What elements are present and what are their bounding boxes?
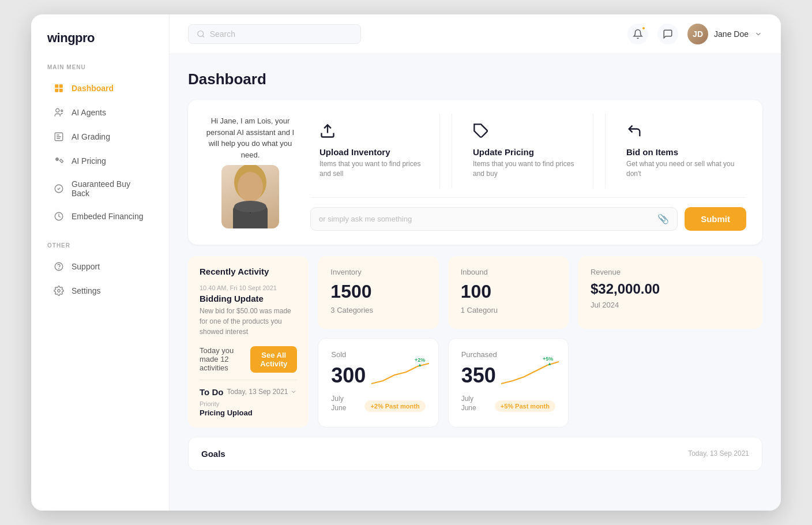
- bid-on-items-title: Bid on Items: [626, 147, 737, 157]
- embedded-financing-icon: [53, 211, 65, 222]
- submit-button[interactable]: Submit: [685, 207, 746, 231]
- svg-rect-1: [59, 84, 63, 88]
- svg-text:▲: ▲: [418, 362, 422, 367]
- goals-date: Today, 13 Sep 2021: [688, 449, 749, 457]
- sidebar-item-dashboard[interactable]: Dashboard: [37, 77, 163, 100]
- svg-point-5: [61, 110, 63, 112]
- logo: wingpro: [31, 31, 169, 64]
- action-upload-inventory[interactable]: Upload Inventory Items that you want to …: [310, 114, 440, 188]
- sidebar-item-guaranteed-buyback[interactable]: Guaranteed Buy Back: [37, 174, 163, 204]
- metric-card-purchased: Purchased 350 +5% ▲ July June +5% Past m…: [448, 338, 569, 427]
- ai-input-box[interactable]: 📎: [310, 207, 678, 231]
- svg-point-15: [238, 172, 263, 202]
- user-name: Jane Doe: [714, 29, 749, 39]
- bid-icon: [626, 123, 737, 142]
- upload-inventory-title: Upload Inventory: [319, 147, 430, 157]
- ai-quick-actions: Upload Inventory Items that you want to …: [310, 114, 746, 188]
- metric-months-purchased: July June: [461, 395, 476, 412]
- sidebar-label-settings: Settings: [72, 286, 101, 295]
- svg-rect-2: [55, 89, 58, 92]
- divider-2: [605, 114, 606, 188]
- stat-label-inventory: Inventory: [330, 268, 426, 276]
- metric-month-past-sold: June: [331, 404, 346, 412]
- metric-month-past-purchased: June: [461, 404, 476, 412]
- chevron-down-icon: [754, 30, 762, 38]
- metric-card-sold: Sold 300 +2% ▲ July June +2% Past month: [318, 338, 438, 427]
- stat-card-revenue: Revenue $32,000.00 Jul 2024: [578, 256, 762, 329]
- stat-value-inventory: 1500: [330, 281, 426, 302]
- activity-divider: [200, 380, 297, 380]
- upload-inventory-desc: Items that you want to find prices and s…: [319, 159, 430, 179]
- sidebar-label-ai-grading: AI Grading: [72, 132, 110, 141]
- stat-value-revenue: $32,000.00: [591, 281, 750, 297]
- bell-icon: [633, 29, 643, 39]
- notification-dot: [641, 26, 646, 31]
- main-menu-label: MAIN MENU: [31, 64, 169, 76]
- main-area: JD Jane Doe Dashboard Hi Jane, I am Lois…: [170, 14, 781, 511]
- metric-footer-sold: July June +2% Past month: [331, 395, 425, 412]
- activity-event-desc: New bid for $50.00 was made for one of t…: [200, 306, 297, 337]
- settings-icon: [53, 285, 65, 297]
- sidebar-label-support: Support: [72, 262, 100, 271]
- other-label: OTHER: [31, 242, 169, 254]
- user-menu[interactable]: JD Jane Doe: [687, 24, 762, 44]
- messages-button[interactable]: [657, 24, 678, 44]
- sidebar-item-embedded-financing[interactable]: Embeded Financing: [37, 205, 163, 228]
- ai-figure: [221, 165, 279, 228]
- activity-count: Today you made 12 activities: [200, 346, 250, 372]
- metric-footer-purchased: July June +5% Past month: [461, 395, 555, 412]
- search-icon: [197, 29, 205, 39]
- search-input[interactable]: [210, 29, 352, 39]
- ai-avatar: [221, 165, 279, 228]
- stat-label-inbound: Inbound: [461, 268, 556, 276]
- search-box[interactable]: [188, 24, 361, 44]
- ai-input-row: 📎 Submit: [310, 207, 746, 231]
- metric-months-sold: July June: [331, 395, 346, 412]
- svg-rect-3: [59, 89, 63, 92]
- goals-title: Goals: [201, 449, 225, 459]
- sidebar-label-embedded-financing: Embeded Financing: [72, 212, 144, 221]
- stat-label-revenue: Revenue: [591, 268, 750, 276]
- activity-footer: Today you made 12 activities See All Act…: [200, 346, 297, 373]
- metric-month-current-sold: July: [331, 395, 346, 403]
- todo-item-title: Pricing Upload: [200, 408, 297, 417]
- ai-banner: Hi Jane, I am Lois, your personal AI ass…: [188, 100, 762, 245]
- goals-card: Goals Today, 13 Sep 2021: [188, 437, 762, 471]
- action-update-pricing[interactable]: Update Pricing Items that you want to fi…: [464, 114, 593, 188]
- divider-1: [452, 114, 452, 188]
- horizontal-divider: [310, 197, 746, 198]
- svg-text:▲: ▲: [547, 361, 552, 366]
- sidebar-label-ai-pricing: AI Pricing: [72, 156, 106, 166]
- ai-grading-icon: [53, 131, 65, 142]
- stat-sub-inbound: 1 Categoru: [461, 306, 556, 314]
- see-all-activity-button[interactable]: See All Activity: [250, 346, 297, 373]
- sidebar-item-ai-agents[interactable]: AI Agents: [37, 101, 163, 124]
- stat-value-inbound: 100: [461, 281, 556, 302]
- sidebar-item-support[interactable]: Support: [37, 255, 163, 278]
- ai-input[interactable]: [319, 215, 652, 223]
- action-bid-on-items[interactable]: Bid on Items Get what you need or sell w…: [617, 114, 746, 188]
- todo-section: To Do Today, 13 Sep 2021 Priority Pricin…: [200, 387, 297, 417]
- metric-badge-sold: +2% Past month: [364, 400, 425, 412]
- stat-card-inbound: Inbound 100 1 Categoru: [448, 256, 569, 329]
- support-icon: [53, 261, 65, 272]
- sidebar-item-ai-pricing[interactable]: AI Pricing: [37, 149, 163, 172]
- ai-greeting: Hi Jane, I am Lois, your personal AI ass…: [204, 115, 296, 160]
- todo-title: To Do: [200, 387, 223, 397]
- svg-point-4: [56, 108, 59, 112]
- sidebar-item-ai-grading[interactable]: AI Grading: [37, 125, 163, 148]
- stat-card-inventory: Inventory 1500 3 Categories: [318, 256, 438, 329]
- ai-actions: Upload Inventory Items that you want to …: [310, 114, 746, 231]
- notifications-button[interactable]: [627, 24, 648, 44]
- svg-point-13: [198, 31, 204, 37]
- activity-title: Recently Activity: [200, 267, 297, 276]
- sidebar-item-settings[interactable]: Settings: [37, 279, 163, 302]
- sidebar-label-ai-agents: AI Agents: [72, 108, 106, 117]
- svg-point-11: [59, 268, 59, 269]
- update-pricing-desc: Items that you want to find prices and b…: [473, 159, 584, 179]
- dashboard-icon: [53, 82, 65, 94]
- purchased-chart: +5% ▲: [501, 355, 559, 389]
- todo-date: Today, 13 Sep 2021: [227, 388, 297, 396]
- todo-priority-label: Priority: [200, 400, 297, 407]
- upload-icon: [319, 123, 430, 142]
